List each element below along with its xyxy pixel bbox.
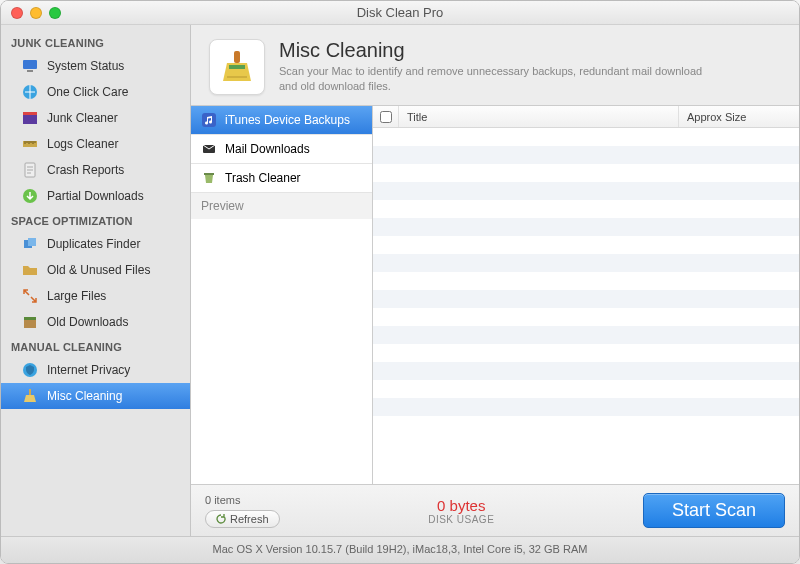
section-header-junk: JUNK CLEANING [1, 31, 190, 53]
mail-icon [201, 141, 217, 157]
category-trash-cleaner[interactable]: Trash Cleaner [191, 164, 372, 193]
globe-shield-icon [21, 361, 39, 379]
sidebar-item-crash-reports[interactable]: Crash Reports [1, 157, 190, 183]
zoom-window-button[interactable] [49, 7, 61, 19]
sidebar-item-label: Internet Privacy [47, 363, 130, 377]
disk-usage-value: 0 bytes [437, 497, 485, 514]
column-checkbox[interactable] [373, 106, 399, 127]
refresh-button[interactable]: Refresh [205, 510, 280, 528]
column-title[interactable]: Title [399, 106, 679, 127]
page-title: Misc Cleaning [279, 39, 719, 62]
svg-rect-10 [24, 319, 36, 328]
traffic-lights [11, 7, 61, 19]
table-row [373, 272, 799, 290]
close-window-button[interactable] [11, 7, 23, 19]
category-label: Trash Cleaner [225, 171, 301, 185]
table-row [373, 308, 799, 326]
svg-rect-9 [28, 238, 36, 246]
sidebar-item-label: Partial Downloads [47, 189, 144, 203]
disk-usage-label: DISK USAGE [428, 514, 494, 525]
table-row [373, 182, 799, 200]
sidebar-item-label: Old & Unused Files [47, 263, 150, 277]
document-icon [21, 161, 39, 179]
folder-icon [21, 261, 39, 279]
svg-rect-4 [23, 112, 37, 115]
sidebar-item-partial-downloads[interactable]: Partial Downloads [1, 183, 190, 209]
category-list: iTunes Device Backups Mail Downloads Tra… [191, 106, 373, 484]
table-row [373, 362, 799, 380]
monitor-icon [21, 57, 39, 75]
sidebar-item-label: Large Files [47, 289, 106, 303]
section-header-manual: MANUAL CLEANING [1, 335, 190, 357]
sidebar-item-junk-cleaner[interactable]: Junk Cleaner [1, 105, 190, 131]
column-approx-size[interactable]: Approx Size [679, 106, 799, 127]
svg-rect-17 [204, 173, 214, 175]
feature-icon-box [209, 39, 265, 95]
svg-rect-1 [27, 70, 33, 72]
sidebar-item-misc-cleaning[interactable]: Misc Cleaning [1, 383, 190, 409]
sidebar-item-label: Junk Cleaner [47, 111, 118, 125]
start-scan-button[interactable]: Start Scan [643, 493, 785, 528]
sidebar-item-label: Old Downloads [47, 315, 128, 329]
sidebar-item-label: System Status [47, 59, 124, 73]
table-row [373, 200, 799, 218]
sidebar-item-internet-privacy[interactable]: Internet Privacy [1, 357, 190, 383]
status-bar: Mac OS X Version 10.15.7 (Build 19H2), i… [1, 536, 799, 563]
sidebar-item-logs-cleaner[interactable]: Logs Cleaner [1, 131, 190, 157]
sidebar-item-label: Logs Cleaner [47, 137, 118, 151]
svg-rect-14 [234, 51, 240, 63]
sidebar-item-large-files[interactable]: Large Files [1, 283, 190, 309]
download-icon [21, 187, 39, 205]
table-header: Title Approx Size [373, 106, 799, 128]
results-table: Title Approx Size [373, 106, 799, 484]
table-row [373, 380, 799, 398]
maximize-icon [21, 287, 39, 305]
category-label: iTunes Device Backups [225, 113, 350, 127]
svg-rect-11 [24, 317, 36, 320]
ruler-icon [21, 135, 39, 153]
table-row [373, 344, 799, 362]
table-row [373, 236, 799, 254]
table-row [373, 164, 799, 182]
minimize-window-button[interactable] [30, 7, 42, 19]
main-panel: Misc Cleaning Scan your Mac to identify … [191, 25, 799, 536]
items-count: 0 items [205, 494, 280, 506]
category-label: Mail Downloads [225, 142, 310, 156]
preview-section-label: Preview [191, 193, 372, 219]
sidebar-item-old-unused-files[interactable]: Old & Unused Files [1, 257, 190, 283]
table-row [373, 254, 799, 272]
category-itunes-backups[interactable]: iTunes Device Backups [191, 106, 372, 135]
footer-bar: 0 items Refresh 0 bytes DISK USAGE Start… [191, 484, 799, 536]
sidebar-item-label: One Click Care [47, 85, 128, 99]
section-header-space: SPACE OPTIMIZATION [1, 209, 190, 231]
sidebar-item-one-click-care[interactable]: One Click Care [1, 79, 190, 105]
app-window: Disk Clean Pro JUNK CLEANING System Stat… [0, 0, 800, 564]
select-all-checkbox[interactable] [380, 111, 392, 123]
sidebar-item-label: Duplicates Finder [47, 237, 140, 251]
clapper-icon [21, 109, 39, 127]
table-row [373, 290, 799, 308]
broom-large-icon [217, 47, 257, 87]
svg-rect-15 [202, 113, 216, 127]
sidebar-item-label: Crash Reports [47, 163, 124, 177]
table-row [373, 128, 799, 146]
table-row [373, 146, 799, 164]
refresh-label: Refresh [230, 513, 269, 525]
box-icon [21, 313, 39, 331]
titlebar: Disk Clean Pro [1, 1, 799, 25]
table-row [373, 416, 799, 434]
svg-rect-3 [23, 114, 37, 124]
table-row [373, 398, 799, 416]
svg-rect-0 [23, 60, 37, 69]
category-mail-downloads[interactable]: Mail Downloads [191, 135, 372, 164]
sidebar-item-label: Misc Cleaning [47, 389, 122, 403]
svg-rect-13 [29, 389, 31, 395]
duplicates-icon [21, 235, 39, 253]
window-title: Disk Clean Pro [1, 5, 799, 20]
sidebar-item-duplicates-finder[interactable]: Duplicates Finder [1, 231, 190, 257]
sidebar-item-old-downloads[interactable]: Old Downloads [1, 309, 190, 335]
sidebar: JUNK CLEANING System Status One Click Ca… [1, 25, 191, 536]
globe-icon [21, 83, 39, 101]
sidebar-item-system-status[interactable]: System Status [1, 53, 190, 79]
broom-icon [21, 387, 39, 405]
